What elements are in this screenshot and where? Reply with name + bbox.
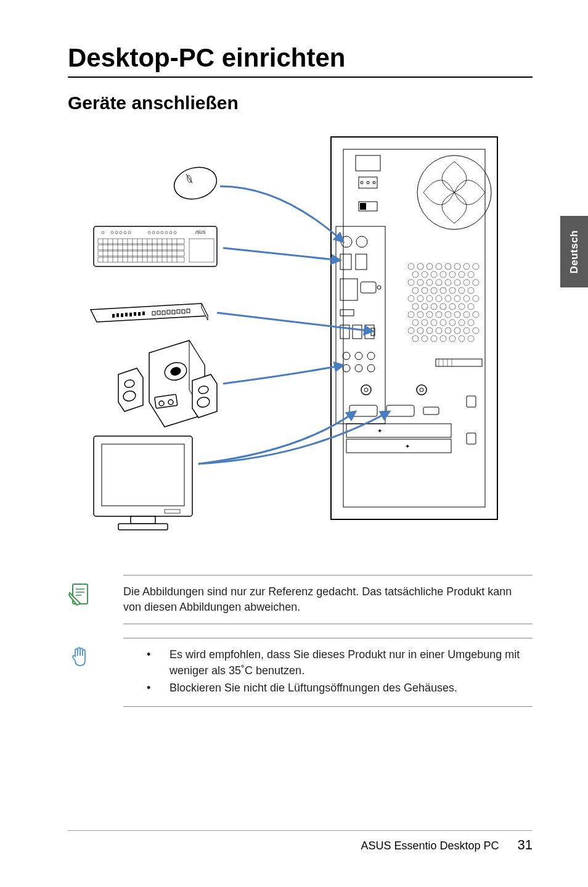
svg-rect-162 xyxy=(116,313,119,317)
svg-point-25 xyxy=(367,352,375,360)
svg-point-106 xyxy=(417,385,427,395)
svg-rect-112 xyxy=(346,439,451,453)
language-tab: Deutsch xyxy=(560,216,588,287)
svg-point-6 xyxy=(367,181,369,184)
svg-point-27 xyxy=(355,365,362,372)
svg-rect-13 xyxy=(340,254,351,270)
svg-point-89 xyxy=(408,328,414,334)
svg-rect-18 xyxy=(340,310,354,316)
svg-point-78 xyxy=(445,311,451,318)
svg-rect-116 xyxy=(467,433,476,444)
svg-text:✦: ✦ xyxy=(377,427,382,434)
svg-point-39 xyxy=(431,271,437,278)
svg-point-32 xyxy=(436,263,442,270)
svg-point-105 xyxy=(364,388,368,392)
caution-item: Blockieren Sie nicht die Lüftungsöffnung… xyxy=(142,680,533,696)
svg-point-72 xyxy=(459,303,465,310)
page-number: 31 xyxy=(518,837,533,853)
caution-note: Es wird empfohlen, dass Sie dieses Produ… xyxy=(123,638,533,707)
svg-point-7 xyxy=(373,181,375,184)
svg-point-64 xyxy=(454,295,460,302)
diagram-svg: ✦ ✦ /SUS xyxy=(68,131,533,550)
svg-rect-187 xyxy=(102,444,184,506)
svg-point-67 xyxy=(412,303,419,310)
svg-rect-163 xyxy=(121,313,123,317)
svg-point-180 xyxy=(159,401,164,406)
svg-rect-4 xyxy=(359,177,377,188)
svg-point-58 xyxy=(468,287,474,294)
svg-point-48 xyxy=(445,279,451,286)
svg-point-61 xyxy=(427,295,433,302)
svg-point-50 xyxy=(463,279,470,286)
svg-point-74 xyxy=(408,311,414,318)
svg-point-34 xyxy=(454,263,460,270)
svg-point-37 xyxy=(412,271,419,278)
svg-point-82 xyxy=(412,320,419,326)
svg-point-36 xyxy=(473,263,479,270)
svg-point-66 xyxy=(473,295,479,302)
svg-point-29 xyxy=(408,263,414,270)
svg-point-103 xyxy=(468,336,474,342)
svg-point-104 xyxy=(361,385,371,395)
svg-point-95 xyxy=(463,328,470,334)
svg-point-90 xyxy=(417,328,423,334)
svg-point-76 xyxy=(427,311,433,318)
svg-point-79 xyxy=(454,311,460,318)
svg-point-71 xyxy=(449,303,455,310)
svg-point-102 xyxy=(459,336,465,342)
svg-point-40 xyxy=(440,271,446,278)
svg-point-69 xyxy=(431,303,437,310)
language-tab-text: Deutsch xyxy=(568,230,581,274)
svg-point-31 xyxy=(427,263,433,270)
svg-rect-166 xyxy=(134,312,136,316)
svg-text:✦: ✦ xyxy=(405,443,410,450)
svg-point-73 xyxy=(468,303,474,310)
svg-point-91 xyxy=(427,328,433,334)
svg-rect-110 xyxy=(423,407,439,415)
svg-point-30 xyxy=(417,263,423,270)
svg-point-38 xyxy=(422,271,428,278)
svg-point-23 xyxy=(343,352,350,360)
svg-point-44 xyxy=(408,279,414,286)
svg-point-12 xyxy=(356,236,367,247)
svg-point-56 xyxy=(449,287,455,294)
svg-rect-188 xyxy=(131,516,155,524)
svg-point-86 xyxy=(449,320,455,326)
svg-rect-164 xyxy=(125,313,128,316)
svg-point-33 xyxy=(445,263,451,270)
reference-note: Die Abbildungen sind nur zur Referenz ge… xyxy=(123,575,533,624)
note-icon xyxy=(68,582,92,606)
svg-point-92 xyxy=(436,328,442,334)
svg-point-52 xyxy=(412,287,419,294)
hand-icon xyxy=(68,645,92,669)
svg-point-77 xyxy=(436,311,442,318)
svg-point-45 xyxy=(417,279,423,286)
svg-rect-167 xyxy=(138,312,141,316)
svg-rect-161 xyxy=(112,314,115,318)
svg-point-60 xyxy=(417,295,423,302)
svg-point-49 xyxy=(454,279,460,286)
svg-point-43 xyxy=(468,271,474,278)
reference-note-text: Die Abbildungen sind nur zur Referenz ge… xyxy=(123,584,533,615)
svg-point-46 xyxy=(427,279,433,286)
svg-rect-115 xyxy=(467,396,476,407)
svg-rect-109 xyxy=(386,405,414,416)
svg-rect-117 xyxy=(436,359,482,366)
svg-rect-179 xyxy=(155,394,178,408)
svg-point-24 xyxy=(355,352,362,360)
svg-rect-168 xyxy=(142,311,145,315)
svg-point-85 xyxy=(440,320,446,326)
caution-list: Es wird empfohlen, dass Sie dieses Produ… xyxy=(123,647,533,698)
svg-point-55 xyxy=(440,287,446,294)
svg-point-99 xyxy=(431,336,437,342)
svg-point-62 xyxy=(436,295,442,302)
svg-point-17 xyxy=(377,286,381,289)
svg-rect-2 xyxy=(356,155,380,171)
svg-rect-189 xyxy=(118,524,168,530)
caution-item: Es wird empfohlen, dass Sie dieses Produ… xyxy=(142,647,533,678)
svg-point-51 xyxy=(473,279,479,286)
svg-rect-14 xyxy=(356,254,367,270)
svg-point-47 xyxy=(436,279,442,286)
svg-text:/SUS: /SUS xyxy=(195,230,206,234)
svg-point-88 xyxy=(468,320,474,326)
